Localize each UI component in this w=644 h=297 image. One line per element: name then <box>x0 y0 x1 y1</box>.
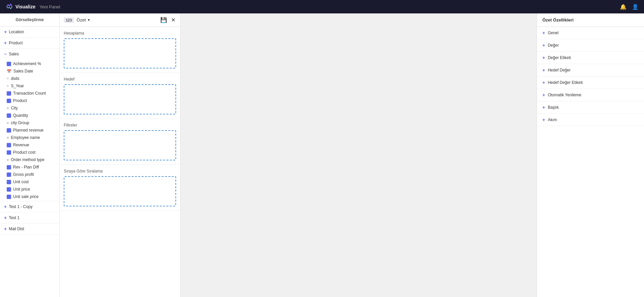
property-item-hedef-deger[interactable]: + Hedef Değer <box>537 64 644 77</box>
sidebar-group-sales-header[interactable]: − Sales <box>0 49 59 59</box>
item-label: Product cost <box>13 150 36 155</box>
property-item-otomatik-yenileme[interactable]: + Otomatik Yenileme <box>537 89 644 101</box>
topbar-right: 🔔 👤 <box>620 4 639 10</box>
sidebar-group-location: + Location <box>0 27 59 38</box>
grid-icon <box>7 165 11 169</box>
list-item[interactable]: Planned revenue <box>0 127 59 134</box>
grid-icon <box>7 62 11 66</box>
sidebar: Görselleştirme + Location + Product − Sa… <box>0 13 60 297</box>
sidebar-group-test1-label: Test 1 <box>9 215 19 220</box>
property-hedef-deger-etiketi-label: Hedef Değer Etiketi <box>548 80 583 85</box>
test1-expand-icon: + <box>4 215 7 220</box>
list-item[interactable]: Unit price <box>0 186 59 193</box>
sidebar-group-sales-label: Sales <box>9 52 19 56</box>
test1copy-expand-icon: + <box>4 204 7 209</box>
list-item[interactable]: 📅 Sales Date <box>0 67 59 75</box>
property-item-hedef-deger-etiketi[interactable]: + Hedef Değer Etiketi <box>537 77 644 89</box>
list-item[interactable]: Product <box>0 97 59 104</box>
list-item[interactable]: ≡ Order method type <box>0 156 59 163</box>
list-item[interactable]: Rev - Plan Diff <box>0 163 59 171</box>
item-label: Unit sale price <box>13 194 39 199</box>
list-item[interactable]: ≡ Employee name <box>0 134 59 141</box>
equals-icon: = <box>7 77 9 81</box>
property-item-deger[interactable]: + Değer <box>537 39 644 52</box>
product-expand-icon: + <box>4 40 7 46</box>
sidebar-group-test1-header[interactable]: + Test 1 <box>0 212 59 223</box>
sidebar-group-sales: − Sales Achievement % 📅 Sales Date = dsd… <box>0 49 59 201</box>
sidebar-group-maildist: + Mail Dist <box>0 224 59 235</box>
config-type-dropdown[interactable]: Özet ▼ <box>76 17 90 22</box>
config-section-hesaplama: Hesaplama <box>60 27 180 73</box>
sales-items: Achievement % 📅 Sales Date = dsds = S_Ye… <box>0 59 59 201</box>
equals-icon: ≡ <box>7 158 9 162</box>
equals-icon: = <box>7 84 9 88</box>
property-item-deger-etiketi[interactable]: + Değer Etiketi <box>537 52 644 64</box>
grid-icon <box>7 187 11 192</box>
item-label: city Group <box>11 120 29 125</box>
list-item[interactable]: Transaction Count <box>0 90 59 97</box>
grid-icon <box>7 180 11 184</box>
app-name: Visualize <box>15 4 36 9</box>
list-item[interactable]: Unit cost <box>0 178 59 186</box>
deger-etiketi-plus-icon: + <box>542 55 545 60</box>
properties-header: Özet Özellikleri <box>537 13 644 27</box>
section-filtreler-title: Filtreler <box>64 123 176 128</box>
list-item[interactable]: Gross profit <box>0 171 59 178</box>
topbar-left: Visualize Yeni Panel <box>5 3 60 11</box>
close-button[interactable]: ✕ <box>170 16 176 24</box>
config-panel-left: 123 Özet ▼ <box>64 17 91 23</box>
list-item[interactable]: = dsds <box>0 75 59 82</box>
item-label: S_Year <box>11 84 24 88</box>
item-label: Achievement % <box>13 61 41 66</box>
config-panel: 123 Özet ▼ 💾 ✕ Hesaplama Hedef <box>60 13 180 297</box>
save-button[interactable]: 💾 <box>160 16 168 24</box>
list-item[interactable]: Product cost <box>0 149 59 156</box>
property-akim-label: Akım <box>548 117 557 122</box>
list-item[interactable]: ≡ City <box>0 104 59 112</box>
sidebar-group-test1copy-header[interactable]: + Test 1 - Copy <box>0 201 59 212</box>
equals-icon: ≡ <box>7 136 9 140</box>
item-label: dsds <box>11 76 19 81</box>
property-item-genel[interactable]: + Genel <box>537 27 644 39</box>
properties-panel: Özet Özellikleri + Genel + Değer + Değer… <box>537 13 644 297</box>
filtreler-drop-zone[interactable] <box>64 130 176 160</box>
user-icon[interactable]: 👤 <box>632 4 639 10</box>
item-label: Unit cost <box>13 180 29 184</box>
section-hedef-title: Hedef <box>64 77 176 82</box>
list-item[interactable]: Revenue <box>0 141 59 149</box>
list-item[interactable]: Unit sale price <box>0 193 59 200</box>
list-item[interactable]: ≡ city Group <box>0 119 59 127</box>
item-label: Order method type <box>11 157 44 162</box>
siraya-drop-zone[interactable] <box>64 176 176 206</box>
item-label: Quantity <box>13 113 28 118</box>
list-item[interactable]: Quantity <box>0 112 59 119</box>
app-logo[interactable]: Visualize <box>5 3 36 11</box>
viz-area <box>180 13 537 297</box>
item-label: City <box>11 106 18 110</box>
property-deger-etiketi-label: Değer Etiketi <box>548 55 571 60</box>
sidebar-group-product-header[interactable]: + Product <box>0 38 59 48</box>
list-item[interactable]: = S_Year <box>0 82 59 90</box>
property-hedef-deger-label: Hedef Değer <box>548 68 571 72</box>
hesaplama-drop-zone[interactable] <box>64 38 176 68</box>
item-label: Rev - Plan Diff <box>13 165 39 169</box>
section-hesaplama-title: Hesaplama <box>64 31 176 36</box>
section-siraya-title: Sıraya Göre Sıralama <box>64 169 176 174</box>
sidebar-group-location-header[interactable]: + Location <box>0 27 59 37</box>
grid-icon <box>7 195 11 199</box>
property-item-akim[interactable]: + Akım <box>537 114 644 126</box>
sidebar-group-maildist-header[interactable]: + Mail Dist <box>0 224 59 234</box>
hedef-drop-zone[interactable] <box>64 84 176 114</box>
akim-plus-icon: + <box>542 117 545 122</box>
equals-icon: ≡ <box>7 121 9 125</box>
grid-icon <box>7 128 11 133</box>
otomatik-yenileme-plus-icon: + <box>542 92 545 98</box>
main-layout: Görselleştirme + Location + Product − Sa… <box>0 13 644 297</box>
sales-collapse-icon: − <box>4 51 7 57</box>
genel-plus-icon: + <box>542 30 545 36</box>
list-item[interactable]: Achievement % <box>0 60 59 67</box>
notifications-icon[interactable]: 🔔 <box>620 4 627 10</box>
grid-icon <box>7 143 11 147</box>
config-section-hedef: Hedef <box>60 73 180 119</box>
property-item-baslik[interactable]: + Başlık <box>537 101 644 114</box>
